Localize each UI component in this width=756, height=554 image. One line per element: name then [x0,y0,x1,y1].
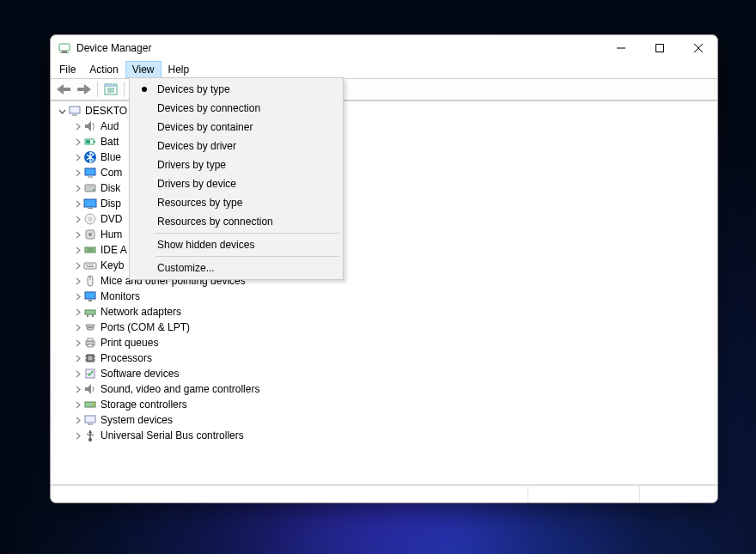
maximize-button[interactable] [640,36,679,61]
menu-item-label: Devices by driver [157,140,236,152]
chevron-right-icon[interactable] [71,154,83,161]
svg-rect-52 [88,356,92,360]
menu-item-label: Resources by type [157,197,242,209]
tree-node[interactable]: Ports (COM & LPT) [54,320,714,335]
tree-node-label: DVD [101,213,122,225]
titlebar[interactable]: Device Manager [51,35,717,61]
chevron-right-icon[interactable] [71,277,83,285]
chevron-right-icon[interactable] [71,308,83,316]
sound-icon [83,382,97,396]
hid-icon [83,228,97,241]
selected-indicator-icon [142,87,147,92]
svg-point-29 [88,233,92,236]
menu-item[interactable]: Resources by connection [131,212,341,231]
menu-separator [155,256,339,257]
menu-item-label: Drivers by type [157,159,226,171]
tree-node-label: Disp [101,198,121,210]
close-button[interactable] [679,36,717,61]
svg-rect-61 [88,423,93,425]
svg-rect-18 [86,140,90,143]
menu-action[interactable]: Action [82,61,125,78]
tree-node[interactable]: Print queues [54,335,714,350]
show-hide-tree-button[interactable] [101,80,120,99]
tree-node-label: Com [101,167,122,179]
tree-node-label: Hum [101,228,122,240]
svg-rect-41 [88,300,92,301]
monitor-icon [83,289,97,303]
statusbar [51,485,717,502]
chevron-right-icon[interactable] [71,200,83,208]
chevron-right-icon[interactable] [71,138,83,146]
app-icon [58,41,71,55]
menu-file[interactable]: File [52,61,82,78]
tree-node-label: Print queues [101,337,158,349]
chevron-right-icon[interactable] [71,339,83,347]
menu-item[interactable]: Resources by type [131,193,341,212]
svg-rect-30 [85,247,95,253]
tree-node[interactable]: Software devices [54,366,714,381]
menu-customize[interactable]: Customize... [131,259,341,277]
tree-node[interactable]: Processors [54,350,714,366]
svg-rect-24 [84,199,96,207]
chevron-right-icon[interactable] [71,169,83,177]
menu-item-label: Resources by connection [157,216,273,228]
chevron-right-icon[interactable] [71,324,83,332]
svg-rect-21 [88,176,93,178]
menu-item[interactable]: Drivers by type [131,155,341,174]
tree-node-label: Keyb [101,259,124,271]
menu-help[interactable]: Help [162,61,197,78]
menu-item-label: Devices by container [157,121,253,133]
chevron-right-icon[interactable] [71,386,83,393]
tree-node[interactable]: System devices [54,412,714,428]
nav-forward-button[interactable] [75,80,94,99]
chevron-right-icon[interactable] [71,231,83,239]
tree-root-label: DESKTO [85,105,127,117]
computer-icon [83,166,97,180]
chevron-right-icon[interactable] [71,370,83,378]
ide-icon [83,243,97,257]
display-icon [83,197,97,210]
menu-item[interactable]: Devices by type [131,80,341,99]
tree-node[interactable]: Monitors [54,289,714,304]
minimize-button[interactable] [601,36,640,61]
chevron-down-icon[interactable] [56,107,68,115]
chevron-right-icon[interactable] [71,216,83,223]
menu-item-label: Devices by connection [157,102,260,114]
svg-point-23 [93,189,94,191]
menubar: File Action View Help [51,61,717,78]
svg-rect-2 [60,52,69,53]
chevron-right-icon[interactable] [71,247,83,254]
usb-icon [83,429,97,442]
svg-rect-49 [88,338,93,341]
chevron-right-icon[interactable] [71,432,83,440]
software-icon [83,367,97,380]
svg-rect-37 [87,266,94,267]
chevron-right-icon[interactable] [71,417,83,424]
audio-icon [83,119,97,133]
chevron-right-icon[interactable] [71,123,83,131]
tree-node[interactable]: Network adapters [54,304,714,320]
nav-back-button[interactable] [54,80,73,99]
chevron-right-icon[interactable] [71,185,83,192]
menu-view[interactable]: View [125,61,162,78]
menu-item[interactable]: Devices by container [131,118,341,137]
chevron-right-icon[interactable] [71,262,83,270]
menu-show-hidden-devices[interactable]: Show hidden devices [131,235,341,254]
network-icon [83,305,97,319]
menu-item[interactable]: Drivers by device [131,174,341,193]
tree-node-label: Sound, video and game controllers [101,383,259,395]
chevron-right-icon[interactable] [71,293,83,301]
svg-rect-42 [85,310,95,314]
chevron-right-icon[interactable] [71,401,83,409]
menu-item[interactable]: Devices by connection [131,99,341,118]
menu-item-label: Drivers by device [157,178,236,190]
tree-node[interactable]: Storage controllers [54,397,714,412]
menu-item[interactable]: Devices by driver [131,137,341,155]
tree-node[interactable]: Universal Serial Bus controllers [54,428,714,443]
svg-rect-20 [85,168,95,175]
chevron-right-icon[interactable] [71,355,83,362]
svg-rect-17 [94,141,95,143]
bluetooth-icon [83,150,97,164]
svg-rect-60 [85,416,95,423]
tree-node[interactable]: Sound, video and game controllers [54,381,714,397]
